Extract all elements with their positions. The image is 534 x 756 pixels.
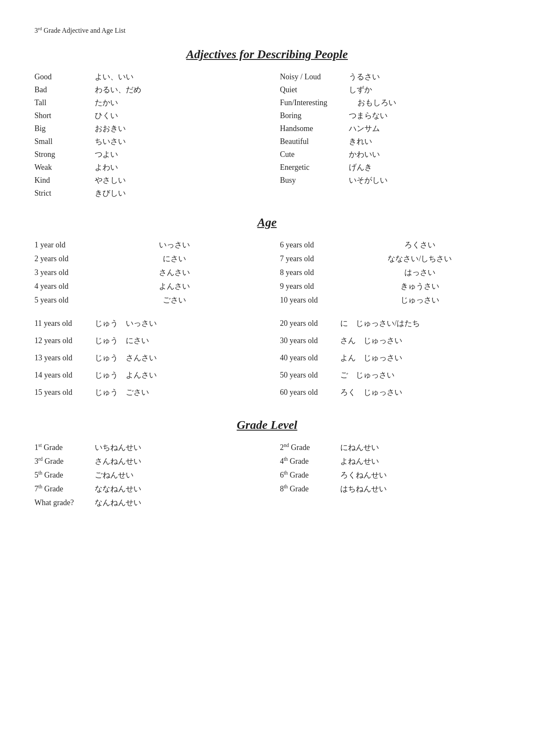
adj-en: Strong [34,150,95,159]
adj-en: Short [34,111,95,120]
adj-en: Busy [280,176,349,185]
age-en: 4 years old [34,282,95,291]
age-row-bottom: 50 years oldご じゅっさい [280,370,500,380]
adj-en: Small [34,137,95,146]
adjectives-grid: Goodよい、いいBadわるい、だめTallたかいShortひくいBigおおきい… [34,72,500,198]
age-jp-b: じゅう いっさい [95,318,157,328]
age-jp: はっさい [340,267,500,278]
age-row-bottom: 30 years oldさん じゅっさい [280,335,500,346]
age-jp: ななさい/しちさい [340,253,500,264]
adj-row: Fun/Interestingおもしろい [280,97,500,108]
age-row-bottom: 60 years oldろく じゅっさい [280,387,500,397]
adj-row: Badわるい、だめ [34,84,254,95]
age-row-bottom: 14 years oldじゅう よんさい [34,370,254,380]
adj-en: Kind [34,176,95,185]
age-en: 8 years old [280,268,340,277]
age-top-left-col: 1 year oldいっさい2 years oldにさい3 years oldさ… [34,240,254,305]
age-jp-b: じゅう さんさい [95,353,157,363]
grade-row: 3rd Gradeさんねんせい [34,456,254,466]
grade-sup: rd [38,26,42,31]
age-row-bottom: 12 years oldじゅう にさい [34,335,254,346]
adj-jp: しずか [349,84,372,95]
grade-en: 5th Grade [34,470,95,480]
grade-jp: さんねんせい [95,456,141,466]
age-row: 6 years oldろくさい [280,240,500,250]
grade-row: 8th Gradeはちねんせい [280,484,500,494]
age-top-grid: 1 year oldいっさい2 years oldにさい3 years oldさ… [34,240,500,305]
adj-row: Goodよい、いい [34,72,254,82]
subtitle-text: Grade Adjective and Age List [42,27,125,34]
age-row: 9 years oldきゅうさい [280,281,500,291]
age-en-b: 11 years old [34,319,95,328]
grade-jp: はちねんせい [340,484,387,494]
age-row: 10 years oldじゅっさい [280,295,500,305]
age-en: 10 years old [280,296,340,305]
age-en: 1 year old [34,241,95,250]
age-jp-b: じゅう ごさい [95,387,149,397]
age-row: 7 years oldななさい/しちさい [280,253,500,264]
grade-jp: ななねんせい [95,484,141,494]
age-jp-b: さん じゅっさい [340,335,402,346]
grades-right-col: 2nd Gradeにねんせい4th Gradeよねんせい6th Gradeろくね… [280,442,500,494]
adj-row: Strictきびしい [34,188,254,198]
adj-en: Cute [280,150,349,159]
grade-row: 4th Gradeよねんせい [280,456,500,466]
age-jp: ろくさい [340,240,500,250]
adj-en: Energetic [280,163,349,172]
adj-jp: ちいさい [95,136,126,147]
adj-row: Energeticげんき [280,162,500,172]
adj-jp: きれい [349,136,372,147]
adj-row: Beautifulきれい [280,136,500,147]
grade-en: 3rd Grade [34,456,95,466]
what-grade-jp: なんねんせい [95,497,141,508]
adj-jp: わるい、だめ [95,84,141,95]
age-bottom-grid: 11 years oldじゅう いっさい12 years oldじゅう にさい1… [34,318,500,401]
adj-en: Fun/Interesting [280,98,357,107]
age-en-b: 20 years old [280,319,340,328]
adj-jp: うるさい [349,72,380,82]
age-en-b: 12 years old [34,336,95,345]
grade-row: 7th Gradeななねんせい [34,484,254,494]
adj-row: Noisy / Loudうるさい [280,72,500,82]
age-jp-b: よん じゅっさい [340,353,402,363]
age-en: 7 years old [280,254,340,263]
adj-en: Noisy / Loud [280,72,349,81]
age-en: 5 years old [34,296,95,305]
what-grade-row: What grade? なんねんせい [34,497,500,508]
adj-jp: ひくい [95,110,118,121]
age-en: 2 years old [34,254,95,263]
adjectives-section: Adjectives for Describing People Goodよい、… [34,47,500,198]
age-en: 9 years old [280,282,340,291]
grade-en: 8th Grade [280,484,340,494]
age-bottom-left-col: 11 years oldじゅう いっさい12 years oldじゅう にさい1… [34,318,254,401]
grade-number: 3 [34,27,38,34]
grade-en: 2nd Grade [280,442,340,452]
adj-jp: げんき [349,162,372,172]
age-jp: いっさい [95,240,254,250]
adjectives-title: Adjectives for Describing People [34,47,500,61]
adj-jp: つよい [95,149,118,159]
adj-row: Smallちいさい [34,136,254,147]
adj-row: Shortひくい [34,110,254,121]
grades-left-col: 1st Gradeいちねんせい3rd Gradeさんねんせい5th Gradeご… [34,442,254,494]
age-row: 8 years oldはっさい [280,267,500,278]
age-row-bottom: 40 years oldよん じゅっさい [280,353,500,363]
adj-jp: たかい [95,97,118,108]
adjectives-left-col: Goodよい、いいBadわるい、だめTallたかいShortひくいBigおおきい… [34,72,254,198]
age-en-b: 14 years old [34,371,95,380]
adj-en: Tall [34,98,95,107]
adj-jp: つまらない [349,110,388,121]
adj-en: Strict [34,189,95,198]
age-row-bottom: 13 years oldじゅう さんさい [34,353,254,363]
grade-section: Grade Level 1st Gradeいちねんせい3rd Gradeさんねん… [34,418,500,508]
age-row: 3 years oldさんさい [34,267,254,278]
grade-jp: いちねんせい [95,442,141,453]
grade-jp: よねんせい [340,456,379,466]
adj-row: Strongつよい [34,149,254,159]
age-row: 4 years oldよんさい [34,281,254,291]
age-en: 6 years old [280,241,340,250]
adjectives-right-col: Noisy / LoudうるさいQuietしずかFun/Interestingお… [280,72,500,198]
adj-row: Cuteかわいい [280,149,500,159]
grade-jp: にねんせい [340,442,379,453]
adj-row: Bigおおきい [34,123,254,134]
